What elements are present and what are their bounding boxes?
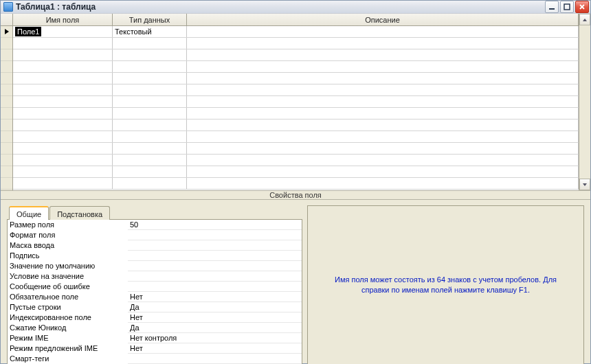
cell-field-type[interactable] <box>113 108 187 119</box>
grid-body: Поле1 Текстовый <box>13 26 579 190</box>
cell-field-description[interactable] <box>187 120 579 130</box>
cell-field-type[interactable] <box>113 96 187 107</box>
property-value[interactable] <box>128 354 302 364</box>
property-value[interactable]: 50 <box>128 220 302 230</box>
cell-field-description[interactable] <box>187 73 579 84</box>
cell-field-name[interactable] <box>13 166 113 177</box>
property-value[interactable] <box>128 271 302 282</box>
tab-lookup[interactable]: Подстановка <box>49 206 110 220</box>
corner-cell[interactable] <box>1 14 12 26</box>
row-selector[interactable] <box>1 84 12 96</box>
property-value[interactable]: Нет <box>128 312 302 323</box>
cell-field-type[interactable] <box>113 73 187 84</box>
minimize-button[interactable] <box>545 1 559 13</box>
field-name-input[interactable]: Поле1 <box>15 27 41 36</box>
window: Таблица1 : таблица <box>0 0 591 364</box>
property-labels: Размер поля Формат поля Маска ввода Подп… <box>8 220 128 364</box>
cell-field-type[interactable] <box>113 38 187 49</box>
cell-field-type[interactable] <box>113 143 187 154</box>
scroll-down-button[interactable] <box>579 179 590 190</box>
cell-field-name[interactable] <box>13 73 113 84</box>
tab-general[interactable]: Общие <box>9 206 49 220</box>
cell-field-description[interactable] <box>187 38 579 49</box>
cell-field-name[interactable] <box>13 61 113 72</box>
cell-field-name[interactable] <box>13 178 113 189</box>
cell-field-name[interactable] <box>13 49 113 60</box>
row-selector[interactable] <box>1 178 12 190</box>
cell-field-description[interactable] <box>187 155 579 166</box>
grid-row <box>13 120 579 131</box>
property-value[interactable] <box>128 261 302 271</box>
row-selector[interactable] <box>1 143 12 155</box>
cell-field-name[interactable] <box>13 84 113 95</box>
cell-field-type[interactable] <box>113 120 187 130</box>
column-header-description[interactable]: Описание <box>187 14 579 25</box>
row-selector[interactable] <box>1 49 12 61</box>
row-selector[interactable] <box>1 155 12 166</box>
maximize-button[interactable] <box>560 1 574 13</box>
cell-field-description[interactable] <box>187 26 579 37</box>
cell-field-description[interactable] <box>187 166 579 177</box>
column-header-name[interactable]: Имя поля <box>13 14 113 25</box>
cell-field-description[interactable] <box>187 49 579 60</box>
cell-field-type[interactable] <box>113 61 187 72</box>
property-label: Подпись <box>8 251 128 261</box>
grid-row <box>13 49 579 61</box>
cell-field-name[interactable] <box>13 143 113 154</box>
grid-row <box>13 38 579 49</box>
property-value[interactable]: Да <box>128 302 302 312</box>
cell-field-type[interactable] <box>113 155 187 166</box>
cell-field-type[interactable] <box>113 131 187 142</box>
grid-row <box>13 73 579 84</box>
property-value[interactable]: Да <box>128 323 302 333</box>
cell-field-description[interactable] <box>187 108 579 119</box>
cell-field-type[interactable] <box>113 178 187 189</box>
cell-field-name[interactable] <box>13 108 113 119</box>
cell-field-name[interactable]: Поле1 <box>13 26 113 37</box>
cell-field-name[interactable] <box>13 38 113 49</box>
row-selector[interactable] <box>1 131 12 143</box>
row-selector[interactable] <box>1 61 12 73</box>
scroll-track[interactable] <box>579 25 590 179</box>
cell-field-name[interactable] <box>13 155 113 166</box>
cell-field-description[interactable] <box>187 131 579 142</box>
property-value[interactable]: Нет контроля <box>128 333 302 343</box>
property-value[interactable]: Нет <box>128 343 302 354</box>
property-value[interactable] <box>128 282 302 292</box>
row-selector[interactable] <box>1 120 12 131</box>
property-value[interactable] <box>128 251 302 261</box>
property-tabs: Общие Подстановка <box>9 205 302 219</box>
cell-field-type[interactable] <box>113 166 187 177</box>
vertical-scrollbar[interactable] <box>579 14 590 190</box>
row-selector[interactable] <box>1 108 12 120</box>
property-value[interactable] <box>128 240 302 251</box>
cell-field-description[interactable] <box>187 61 579 72</box>
row-selector[interactable] <box>1 96 12 108</box>
close-button[interactable] <box>575 1 589 13</box>
row-selector[interactable] <box>1 26 12 38</box>
property-label: Размер поля <box>8 220 128 230</box>
property-value[interactable] <box>128 230 302 240</box>
row-selector[interactable] <box>1 38 12 49</box>
cell-field-name[interactable] <box>13 120 113 130</box>
column-header-type[interactable]: Тип данных <box>113 14 187 25</box>
properties-panel: Общие Подстановка Размер поля Формат пол… <box>1 200 590 364</box>
cell-field-type[interactable] <box>113 84 187 95</box>
grid-row <box>13 108 579 120</box>
svg-rect-1 <box>564 4 570 10</box>
cell-field-description[interactable] <box>187 178 579 189</box>
grid-row <box>13 84 579 96</box>
window-buttons <box>545 1 589 13</box>
property-label: Режим IME <box>8 333 128 343</box>
cell-field-type[interactable] <box>113 49 187 60</box>
cell-field-name[interactable] <box>13 96 113 107</box>
cell-field-type[interactable]: Текстовый <box>113 26 187 37</box>
row-selector[interactable] <box>1 73 12 84</box>
cell-field-description[interactable] <box>187 143 579 154</box>
cell-field-name[interactable] <box>13 131 113 142</box>
scroll-up-button[interactable] <box>579 14 590 25</box>
cell-field-description[interactable] <box>187 96 579 107</box>
cell-field-description[interactable] <box>187 84 579 95</box>
property-value[interactable]: Нет <box>128 292 302 302</box>
row-selector[interactable] <box>1 166 12 178</box>
